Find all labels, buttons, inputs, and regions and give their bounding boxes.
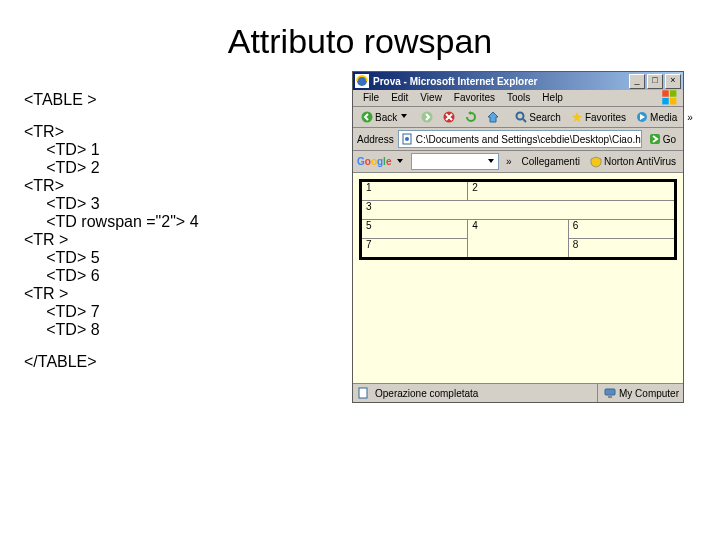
chevron-down-icon[interactable] bbox=[486, 156, 498, 168]
browser-window: Prova - Microsoft Internet Explorer _ □ … bbox=[352, 71, 684, 403]
menu-tools[interactable]: Tools bbox=[501, 91, 536, 105]
table-cell: 5 bbox=[361, 220, 468, 239]
back-button[interactable]: Back bbox=[357, 109, 415, 125]
google-toolbar: Google » Collegamenti Norton AntiVirus bbox=[353, 151, 683, 173]
svg-line-9 bbox=[523, 119, 526, 122]
titlebar: Prova - Microsoft Internet Explorer _ □ … bbox=[353, 72, 683, 90]
search-icon bbox=[515, 111, 527, 123]
search-label: Search bbox=[529, 112, 561, 123]
search-button[interactable]: Search bbox=[511, 109, 565, 125]
address-value: C:\Documents and Settings\cebdie\Desktop… bbox=[416, 134, 642, 145]
table-row: 5 4 6 bbox=[361, 220, 676, 239]
code-line: <TR> bbox=[24, 177, 344, 195]
windows-logo-icon bbox=[661, 91, 679, 105]
svg-rect-3 bbox=[662, 98, 668, 104]
menu-view[interactable]: View bbox=[414, 91, 448, 105]
rendered-table: 1 2 3 5 4 6 7 8 bbox=[359, 179, 677, 260]
svg-point-12 bbox=[405, 137, 409, 141]
norton-item[interactable]: Norton AntiVirus bbox=[587, 156, 679, 168]
table-cell: 3 bbox=[361, 201, 676, 220]
menu-help[interactable]: Help bbox=[536, 91, 569, 105]
refresh-button[interactable] bbox=[461, 109, 481, 125]
go-button[interactable]: Go bbox=[646, 133, 679, 145]
code-line: <TD> 6 bbox=[24, 267, 344, 285]
menu-favorites[interactable]: Favorites bbox=[448, 91, 501, 105]
stop-icon bbox=[443, 111, 455, 123]
window-title: Prova - Microsoft Internet Explorer bbox=[373, 76, 629, 87]
arrow-left-icon bbox=[361, 111, 373, 123]
media-label: Media bbox=[650, 112, 677, 123]
ie-logo-icon bbox=[355, 74, 369, 88]
chevron-down-icon bbox=[399, 111, 411, 123]
code-line: <TABLE > bbox=[24, 91, 344, 109]
table-cell: 2 bbox=[468, 181, 676, 201]
links-item[interactable]: Collegamenti bbox=[519, 156, 583, 167]
arrow-right-icon bbox=[421, 111, 433, 123]
table-cell: 4 bbox=[468, 220, 568, 259]
address-bar: Address C:\Documents and Settings\cebdie… bbox=[353, 128, 683, 151]
svg-rect-14 bbox=[359, 388, 367, 398]
shield-icon bbox=[590, 156, 602, 168]
svg-rect-4 bbox=[670, 98, 676, 104]
code-line: <TR > bbox=[24, 285, 344, 303]
table-cell: 1 bbox=[361, 181, 468, 201]
toolbar: Back Search bbox=[353, 107, 683, 128]
svg-rect-16 bbox=[608, 396, 612, 398]
svg-point-5 bbox=[362, 112, 373, 123]
code-listing: <TABLE > <TR> <TD> 1 <TD> 2 <TR> <TD> 3 … bbox=[24, 71, 344, 403]
refresh-icon bbox=[465, 111, 477, 123]
home-button[interactable] bbox=[483, 109, 503, 125]
zone-label: My Computer bbox=[619, 388, 679, 399]
code-line: <TD> 2 bbox=[24, 159, 344, 177]
minimize-button[interactable]: _ bbox=[629, 74, 645, 89]
code-line: <TR > bbox=[24, 231, 344, 249]
norton-label: Norton AntiVirus bbox=[604, 156, 676, 167]
table-cell: 7 bbox=[361, 239, 468, 259]
page-icon bbox=[357, 387, 369, 399]
google-overflow[interactable]: » bbox=[503, 156, 515, 167]
security-zone: My Computer bbox=[597, 384, 679, 402]
menu-file[interactable]: File bbox=[357, 91, 385, 105]
menu-edit[interactable]: Edit bbox=[385, 91, 414, 105]
go-icon bbox=[649, 133, 661, 145]
go-label: Go bbox=[663, 134, 676, 145]
code-line: <TD rowspan ="2"> 4 bbox=[24, 213, 344, 231]
address-label: Address bbox=[357, 134, 394, 145]
code-line: <TD> 1 bbox=[24, 141, 344, 159]
forward-button[interactable] bbox=[417, 109, 437, 125]
svg-rect-2 bbox=[670, 90, 676, 96]
page-viewport: 1 2 3 5 4 6 7 8 bbox=[353, 173, 683, 383]
svg-point-8 bbox=[517, 113, 524, 120]
stop-button[interactable] bbox=[439, 109, 459, 125]
code-line: <TD> 7 bbox=[24, 303, 344, 321]
svg-rect-15 bbox=[605, 389, 615, 395]
close-button[interactable]: × bbox=[665, 74, 681, 89]
status-bar: Operazione completata My Computer bbox=[353, 383, 683, 402]
code-line: <TD> 8 bbox=[24, 321, 344, 339]
toolbar-overflow[interactable]: » bbox=[683, 112, 697, 123]
code-line: </TABLE> bbox=[24, 353, 344, 371]
google-search-input[interactable] bbox=[411, 153, 499, 170]
status-text: Operazione completata bbox=[375, 388, 478, 399]
address-input[interactable]: C:\Documents and Settings\cebdie\Desktop… bbox=[398, 130, 642, 148]
computer-icon bbox=[604, 387, 616, 399]
page-icon bbox=[401, 133, 413, 145]
code-line: <TD> 3 bbox=[24, 195, 344, 213]
favorites-button[interactable]: Favorites bbox=[567, 109, 630, 125]
menubar: File Edit View Favorites Tools Help bbox=[353, 90, 683, 107]
code-line: <TD> 5 bbox=[24, 249, 344, 267]
favorites-label: Favorites bbox=[585, 112, 626, 123]
maximize-button[interactable]: □ bbox=[647, 74, 663, 89]
table-cell: 6 bbox=[568, 220, 675, 239]
back-label: Back bbox=[375, 112, 397, 123]
chevron-down-icon[interactable] bbox=[395, 156, 407, 168]
table-row: 1 2 bbox=[361, 181, 676, 201]
home-icon bbox=[487, 111, 499, 123]
svg-rect-1 bbox=[662, 90, 668, 96]
svg-point-6 bbox=[422, 112, 433, 123]
media-button[interactable]: Media bbox=[632, 109, 681, 125]
slide-title: Attributo rowspan bbox=[0, 22, 720, 61]
media-icon bbox=[636, 111, 648, 123]
table-row: 3 bbox=[361, 201, 676, 220]
star-icon bbox=[571, 111, 583, 123]
